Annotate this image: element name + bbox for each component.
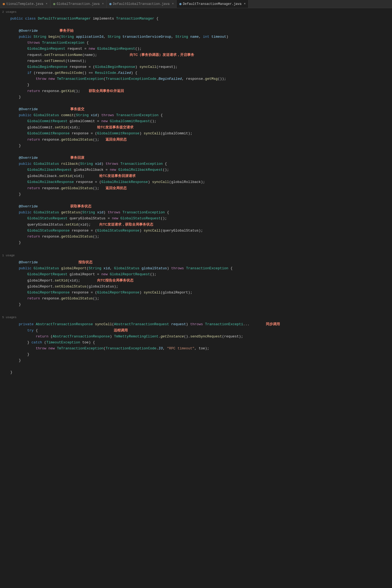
close-icon[interactable]: × — [172, 2, 174, 5]
close-icon[interactable]: × — [102, 2, 104, 5]
code-line: queryGlobalStatus.setXid(xid); 向TC发送请求，获… — [0, 222, 392, 228]
code-line: return response.getGlobalStatus(); — [0, 234, 392, 240]
code-line: GlobalStatusRequest queryGlobalStatus = … — [0, 216, 392, 222]
code-line — [0, 197, 392, 203]
tab-dot — [109, 3, 111, 5]
code-line: return response.getXid(); 获取全局事务ID并返回 — [0, 88, 392, 94]
tab-label: GlobalTransaction.java — [57, 2, 100, 6]
code-line: public GlobalStatus getStatus(String xid… — [0, 210, 392, 216]
code-line: if (response.getResultCode() == ResultCo… — [0, 70, 392, 76]
code-line: @Override事务回滚 — [0, 155, 392, 161]
code-line: public GlobalStatus rollback(String xid)… — [0, 161, 392, 167]
tabs-bar[interactable]: tionalTemplate.java × GlobalTransaction.… — [0, 0, 392, 8]
code-line: } — [0, 358, 392, 363]
tab-default-transaction-manager[interactable]: DefaultTransactionManager.java × — [177, 0, 248, 8]
close-icon[interactable]: × — [46, 2, 47, 5]
code-line — [0, 149, 392, 155]
tab-dot — [179, 3, 181, 5]
code-line — [0, 246, 392, 252]
code-line: } — [0, 352, 392, 358]
tab-default-global-transaction[interactable]: DefaultGlobalTransaction.java × — [107, 0, 177, 8]
code-line: } — [0, 82, 392, 88]
code-line: private AbstractTransactionResponse sync… — [0, 321, 392, 327]
code-line: GlobalRollbackRequest globalRollback = n… — [0, 167, 392, 173]
code-line: globalRollback.setXid(xid); 给TC发送事务回滚请求 — [0, 173, 392, 179]
code-line: return (AbstractTransactionResponse) TmN… — [0, 334, 392, 340]
code-line: throw new TmTransactionException(Transac… — [0, 76, 392, 82]
tab-label: DefaultGlobalTransaction.java — [113, 2, 170, 6]
code-line: GlobalCommitResponse response = (GlobalC… — [0, 131, 392, 137]
code-line: return response.getGlobalStatus(); 返回全局状… — [0, 185, 392, 191]
code-line: try {远程调用 — [0, 327, 392, 334]
code-line: } — [0, 240, 392, 246]
usages-top: 2 usages — [0, 8, 392, 16]
code-line: public String begin(String applicationId… — [0, 34, 392, 40]
code-line: } catch (TimeoutException toe) { — [0, 340, 392, 346]
code-line: } — [0, 191, 392, 197]
code-line: @Override报告状态 — [0, 259, 392, 265]
code-line: request.setTimeout(timeout); — [0, 58, 392, 64]
code-line: GlobalBeginRequest request = new GlobalB… — [0, 46, 392, 52]
usages-mid: 1 usage — [0, 252, 392, 259]
code-line: globalReport.setXid(xid); 向TC报告全局事务状态 — [0, 277, 392, 284]
code-line: } — [0, 302, 392, 308]
code-editor: 2 usages public class DefaultTransaction… — [0, 8, 392, 386]
code-line: throws TransactionException { — [0, 40, 392, 46]
code-line — [0, 363, 392, 369]
code-line: globalReport.setGlobalStatus(globalStatu… — [0, 284, 392, 290]
close-icon[interactable]: × — [244, 2, 246, 5]
code-line: GlobalReportResponse response = (GlobalR… — [0, 290, 392, 296]
code-line: GlobalStatusResponse response = (GlobalS… — [0, 228, 392, 234]
tab-label: tionalTemplate.java — [6, 2, 43, 6]
code-line: return response.getGlobalStatus(); 返回全局状… — [0, 137, 392, 143]
code-line: globalCommit.setXid(xid); 给TC发送事务提交请求 — [0, 124, 392, 131]
code-line: throw new TmTransactionException(Transac… — [0, 346, 392, 352]
code-line: GlobalBeginResponse response = (GlobalBe… — [0, 64, 392, 70]
code-line: @Override事务开始 — [0, 28, 392, 34]
code-line: public class DefaultTransactionManager i… — [0, 16, 392, 22]
code-line: @Override获取事务状态 — [0, 203, 392, 210]
code-line — [0, 22, 392, 28]
tab-label: DefaultTransactionManager.java — [183, 2, 241, 6]
code-line: } — [0, 369, 392, 375]
tab-transactional-template[interactable]: tionalTemplate.java × — [0, 0, 50, 8]
tab-dot — [3, 3, 5, 5]
code-line — [0, 308, 392, 314]
code-line: public GlobalStatus commit(String xid) t… — [0, 112, 392, 118]
tab-dot — [53, 3, 55, 5]
code-line: } — [0, 143, 392, 149]
tab-global-transaction[interactable]: GlobalTransaction.java × — [50, 0, 107, 8]
code-line: GlobalRollbackResponse response = (Globa… — [0, 179, 392, 185]
code-line: public GlobalStatus globalReport(String … — [0, 265, 392, 271]
code-line: GlobalReportRequest globalReport = new G… — [0, 271, 392, 277]
usages-bottom: 5 usages — [0, 314, 392, 321]
editor-container: tionalTemplate.java × GlobalTransaction.… — [0, 0, 392, 386]
code-line: } — [0, 94, 392, 100]
code-line: GlobalCommitRequest globalCommit = new G… — [0, 118, 392, 124]
code-line: request.setTransactionName(name);向TC（事务协… — [0, 52, 392, 58]
code-line — [0, 100, 392, 106]
code-line: @Override事务提交 — [0, 106, 392, 112]
code-line: return response.getGlobalStatus(); — [0, 296, 392, 302]
